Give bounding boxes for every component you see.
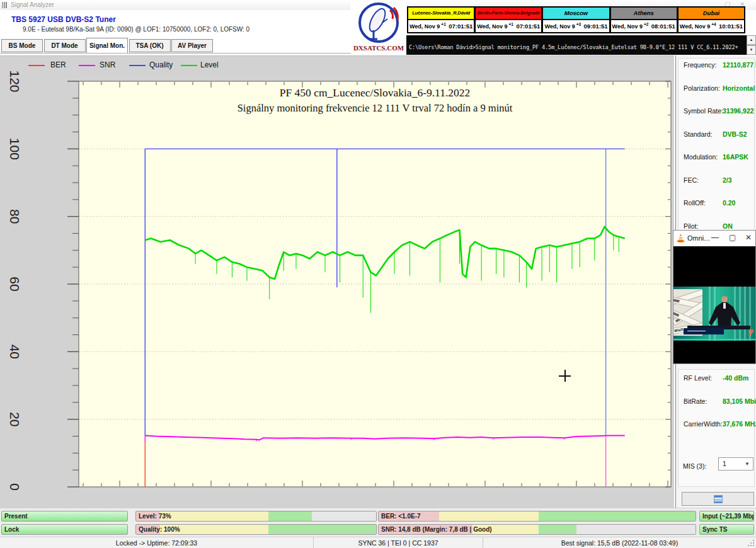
tab-tsa-ok-[interactable]: TSA (OK) (129, 39, 171, 52)
scroll-down-icon[interactable]: ▼ (747, 45, 756, 55)
clock-time: 10:01:51 (719, 23, 743, 30)
app-icon (2, 2, 8, 8)
lower-third-banner (684, 328, 724, 334)
bar-segment (576, 525, 696, 534)
list-icon (714, 495, 723, 503)
field-label: Modulation: (684, 153, 718, 161)
level-progress-bar: Level: 73% (135, 511, 377, 522)
bottom-status-bar: Locked -> Uptime: 72:09:33 SYNC 36 | TEI… (0, 537, 756, 548)
ber-progress-bar: BER: <1.0E-7 (378, 511, 696, 522)
field-value: 2/3 (723, 176, 732, 184)
channel-7-logo: 7 (748, 328, 753, 338)
clock-date: Wed, Nov 9 (680, 23, 710, 30)
vlc-cone-icon (677, 234, 685, 243)
bar-segment (539, 511, 696, 521)
field-value: 31396,922 KS/s (723, 107, 756, 115)
svg-text:100: 100 (8, 138, 22, 160)
quality-label: Quality: 100% (139, 526, 180, 533)
close-icon[interactable]: ✕ (745, 233, 752, 242)
console-bar[interactable]: C:\Users\Roman Dávid>Signal monitoring_P… (406, 35, 747, 55)
snr-progress-bar: SNR: 14,8 dB (Margin: 7,8 dB | Good) (378, 524, 696, 535)
tab-underline (0, 53, 352, 54)
logo-text: DXSATCS.COM (351, 44, 406, 52)
sidebar-field: Polarization:Horizontal (684, 84, 754, 92)
ber-label: BER: <1.0E-7 (381, 513, 421, 520)
field-label: Polarization: (684, 84, 720, 92)
vlc-title-bar[interactable]: Omni... — ▢ ✕ (673, 231, 755, 246)
clock: MoscowWed, Nov 9+309:01:51 (542, 6, 610, 33)
clock-city: Dubai (679, 8, 744, 20)
svg-text:0: 0 (8, 483, 22, 491)
clock-time-row: Wed, Nov 9+410:01:51 (679, 20, 744, 32)
level-label: Level: 73% (139, 513, 171, 520)
field-label: Pilot: (684, 222, 698, 230)
clock-utc-offset: +1 (509, 22, 513, 26)
svg-text:20: 20 (8, 412, 22, 426)
quality-progress-bar: Quality: 100% (135, 524, 377, 535)
sidebar-field: Symbol Rate:31396,922 KS/s (684, 107, 754, 115)
clock-utc-offset: +2 (644, 22, 648, 26)
sidebar-field: Modulation:16APSK (684, 153, 754, 161)
banner-icon (677, 329, 682, 334)
status-area: PresentLockLevel: 73%Quality: 100%BER: <… (0, 508, 756, 537)
best-signal-status: Best signal: 15,5 dB (2022-11-08 03:49) (483, 537, 756, 548)
signal-monitoring-chart[interactable]: 020406080100120PF 450 cm_Lucenec/Slovaki… (0, 56, 674, 508)
field-label: Frequency: (684, 61, 717, 69)
clock-date: Wed, Nov 9 (477, 23, 507, 30)
clock-date: Wed, Nov 9 (544, 23, 575, 30)
clock-time-row: Wed, Nov 9+107:01:51 (476, 20, 541, 32)
stream-list-button[interactable] (682, 492, 754, 506)
sidebar-field: Frequency:12110,877 MHz (684, 61, 754, 69)
console-scrollbar[interactable]: ▲ ▼ (747, 35, 756, 55)
clock-date: Wed, Nov 9 (410, 23, 440, 30)
minimize-icon[interactable]: — (711, 233, 719, 242)
svg-text:80: 80 (8, 209, 22, 224)
chevron-down-icon[interactable]: ▼ (745, 457, 750, 471)
clock-time: 07:01:51 (516, 23, 540, 30)
lock-indicator: Lock (1, 524, 128, 535)
field-label: Standard: (684, 130, 713, 138)
mis-label: MIS (3): (683, 462, 706, 470)
field-value: 0.20 (723, 199, 735, 207)
field-value: ON (723, 222, 733, 230)
presenter-shirt (723, 303, 726, 309)
tab-av-player[interactable]: AV Player (171, 39, 213, 52)
snr-label: SNR: 14,8 dB (Margin: 7,8 dB | Good) (381, 526, 492, 533)
tab-signal-mon-[interactable]: Signal Mon. (86, 38, 128, 54)
tab-bs-mode[interactable]: BS Mode (1, 39, 43, 52)
clock: Berlin-Paris-Vienna-BelgradeWed, Nov 9+1… (475, 6, 542, 33)
present-indicator: Present (1, 511, 128, 522)
tv-video-frame: 7 (673, 287, 755, 341)
tuner-info: 9.0E - Eutelsat 9B/Ka-Sat 9A (ID: 0090) … (23, 26, 249, 33)
bar-segment (160, 511, 268, 521)
field-label: BitRate: (684, 397, 707, 405)
clock-time: 07:01:51 (449, 23, 472, 30)
resize-grip[interactable] (747, 539, 755, 547)
clock-time: 09:01:51 (584, 23, 608, 30)
bar-segment (312, 511, 376, 521)
sidebar-field: RF Level:-40 dBm (684, 374, 754, 382)
field-label: RF Level: (684, 374, 712, 382)
window-title: Signal Analyzer (11, 1, 54, 8)
clock-time: 08:01:51 (651, 23, 675, 30)
field-label: RollOff: (684, 199, 706, 207)
field-value: -40 dBm (723, 374, 748, 382)
maximize-icon[interactable]: ▢ (729, 233, 736, 242)
mis-row: MIS (3): (683, 460, 706, 471)
bar-segment (268, 525, 376, 534)
clock-utc-offset: +1 (441, 22, 445, 26)
sync-ts-indicator: Sync TS (699, 524, 754, 535)
bar-segment (268, 511, 312, 521)
clock-time-row: Wed, Nov 9+208:01:51 (611, 20, 677, 32)
tab-dt-mode[interactable]: DT Mode (44, 39, 86, 52)
sidebar-field: BitRate:83,105 Mbit/s (684, 397, 754, 405)
lock-indicator-label: Lock (4, 526, 19, 533)
vlc-video-area[interactable]: 7 (673, 246, 755, 363)
scroll-up-icon[interactable]: ▲ (747, 35, 756, 45)
crosshair-cursor (559, 370, 571, 382)
clock-city: Berlin-Paris-Vienna-Belgrade (476, 8, 541, 20)
vlc-window[interactable]: Omni... — ▢ ✕ (673, 230, 756, 364)
clock: AthensWed, Nov 9+208:01:51 (610, 6, 678, 33)
clock-city: Moscow (543, 8, 609, 20)
device-title: TBS 5927 USB DVB-S2 Tuner (11, 15, 116, 24)
